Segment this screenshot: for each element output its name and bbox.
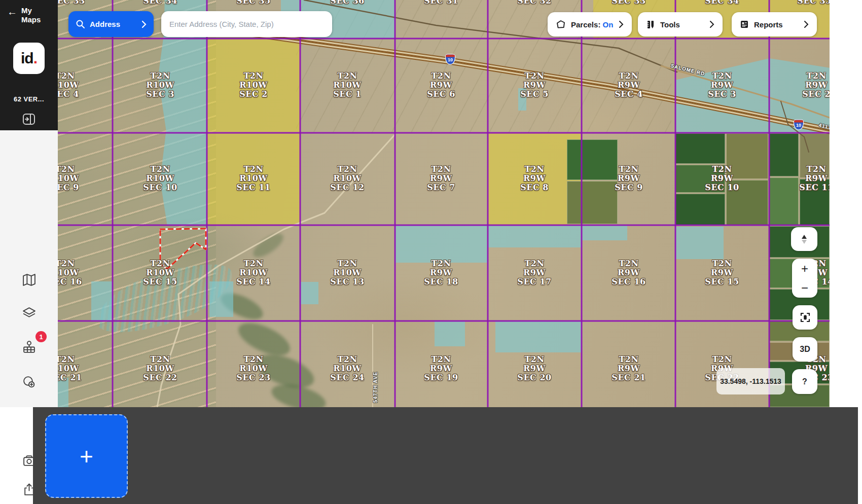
focus-extent-button[interactable] [793, 305, 817, 330]
farm-field [675, 133, 725, 164]
compass-icon [800, 234, 808, 245]
section-label: T2NR9WSEC 7 [427, 165, 455, 192]
map-canvas[interactable]: SEC 33SEC 34SEC 35SEC 36SEC 31SEC 32SEC … [58, 0, 830, 407]
tint-overlay-cyan [488, 225, 582, 247]
tools-button-label: Tools [660, 20, 704, 29]
section-label: SEC 34 [705, 0, 739, 6]
back-arrow-icon: ← [7, 6, 17, 17]
farm-field [675, 194, 725, 225]
section-label: T2NR10WSEC 22 [143, 355, 177, 382]
section-label: T2NR10WSEC 24 [330, 355, 364, 382]
tint-overlay-yellow [207, 39, 300, 225]
reports-button[interactable]: Reports [732, 12, 817, 37]
add-location-icon[interactable] [22, 375, 36, 389]
zoom-in-button[interactable]: + [792, 259, 817, 278]
tint-overlay-cyan [518, 88, 526, 111]
section-label: SEC 33 [58, 0, 85, 6]
section-label: T2NR9WSEC 17 [517, 259, 551, 286]
address-input[interactable] [169, 20, 324, 28]
section-label: T2NR10WSEC 14 [236, 259, 270, 286]
farm-field [769, 133, 799, 176]
farm-field [800, 133, 830, 178]
back-label: My Maps [21, 6, 45, 24]
road-interstate-10-east [172, 24, 830, 132]
section-label: T2NR9WSEC 9 [615, 165, 643, 192]
notification-badge: 1 [35, 331, 47, 342]
tint-overlay-cyan [395, 225, 488, 263]
section-label: T2NR10WSEC 11 [236, 165, 270, 192]
new-map-button[interactable]: + [45, 414, 128, 498]
tint-overlay-cyan [435, 321, 465, 346]
section-label: SEC 33 [612, 0, 645, 6]
section-label: T2NR10WSEC 10 [143, 165, 177, 192]
tint-overlay-cyan [209, 281, 233, 317]
section-label: T2NR9WSEC 19 [424, 355, 458, 382]
compass-button[interactable] [791, 227, 817, 251]
section-label: SEC 36 [330, 0, 364, 6]
help-button[interactable]: ? [792, 369, 817, 394]
tint-overlay-cyan [495, 321, 582, 352]
tools-icon [646, 20, 655, 29]
focus-icon [800, 312, 810, 322]
collapse-panel-icon[interactable] [22, 113, 35, 126]
section-label: T2NR10WSEC 4 [58, 71, 79, 99]
section-label: SEC 35 [797, 0, 830, 6]
maps-tray: + [33, 407, 858, 504]
road-label: 411TH AVE [818, 122, 830, 135]
parcels-button-label: Parcels: On [571, 20, 614, 29]
parcels-button[interactable]: Parcels: On [548, 12, 632, 37]
parcel-outline [160, 229, 206, 269]
coordinates-readout: 33.5498, -113.1513 [716, 368, 785, 394]
farm-field [726, 180, 768, 225]
address-input-container [161, 11, 332, 37]
tools-button[interactable]: Tools [638, 12, 723, 37]
reports-button-label: Reports [754, 20, 799, 29]
tint-overlay-cyan [675, 227, 724, 259]
section-label: T2NR10WSEC 3 [146, 71, 174, 99]
section-label: T2NR9WSEC 10 [705, 165, 739, 192]
tint-overlay-cyan [91, 281, 113, 321]
section-label: T2NR10WSEC 15 [143, 259, 177, 286]
layers-icon[interactable] [22, 306, 36, 320]
zoom-control: + − [792, 259, 817, 298]
road-interstate-10-east-center [172, 24, 830, 132]
chevron-right-icon [709, 20, 714, 28]
road-label: 547TH AVE [373, 372, 378, 403]
section-label: T2NR10WSEC 23 [236, 355, 270, 382]
section-label: T2NR10WSEC 16 [58, 259, 82, 286]
parcels-state: On [603, 20, 614, 29]
section-label: T2NR9WSEC 3 [708, 71, 736, 99]
farm-field [726, 133, 768, 179]
logo-dot: . [33, 50, 37, 67]
section-label: T2NR10WSEC 2 [239, 71, 268, 99]
road-salome-rd-sw [157, 134, 395, 407]
farm-field [675, 165, 725, 193]
sidebar-tools: 1 [0, 130, 58, 407]
basemap-icon[interactable] [22, 273, 36, 287]
section-label: T2NR10WSEC 1 [333, 71, 362, 99]
section-label: T2NR10WSEC 13 [330, 259, 364, 286]
section-label: T2NR9WSEC 20 [517, 355, 551, 382]
section-label: SEC 34 [143, 0, 177, 6]
map-overlay-svg [58, 0, 830, 407]
section-label: T2NR9WSEC 4 [615, 71, 643, 99]
report-document-icon [740, 20, 749, 29]
3d-button[interactable]: 3D [793, 337, 817, 362]
road-exit-ramp [781, 101, 809, 152]
section-label: T2NR9WSEC 5 [520, 71, 549, 99]
section-label: T2NR9WSEC 8 [520, 165, 549, 192]
farm-field [769, 177, 799, 225]
section-label: SEC 32 [517, 0, 551, 6]
zoom-out-button[interactable]: − [792, 278, 817, 298]
section-label: T2NR9WSEC 2 [802, 71, 830, 99]
tint-overlay-cyan [582, 225, 627, 240]
interstate-shield: 10 [794, 120, 804, 130]
address-button[interactable]: Address [68, 11, 154, 37]
section-label: T2NR9WSEC 6 [427, 71, 455, 99]
parcels-map-icon[interactable] [22, 340, 36, 354]
app-logo[interactable]: id. [13, 43, 45, 74]
section-label: T2NR9WSEC 21 [612, 355, 645, 382]
back-to-my-maps[interactable]: ← My Maps [7, 6, 55, 24]
section-label: T2NR10WSEC 12 [330, 165, 364, 192]
farm-field [800, 179, 830, 225]
